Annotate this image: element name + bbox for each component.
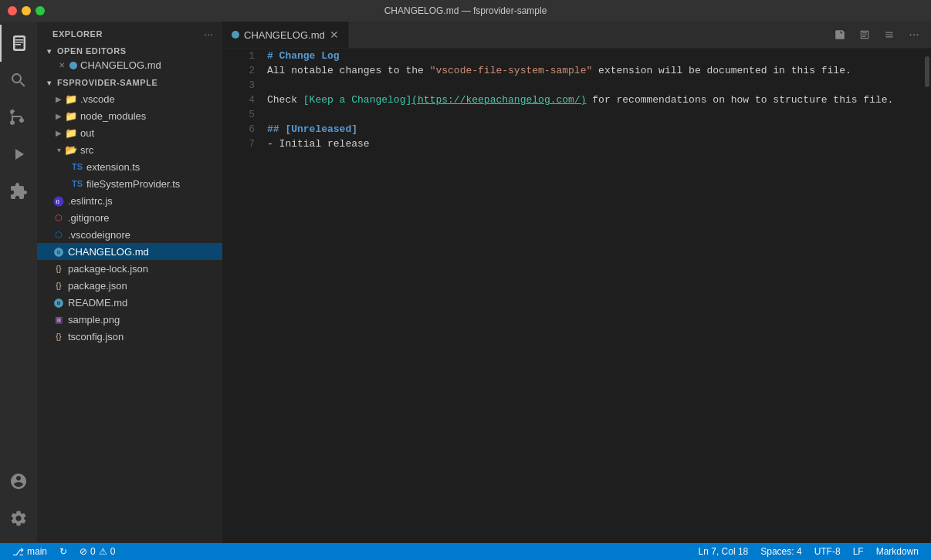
sidebar-item-out[interactable]: ▶ 📁 out	[37, 124, 222, 141]
json-icon: {}	[52, 332, 65, 341]
sidebar-item-package-lock[interactable]: {} package-lock.json	[37, 260, 222, 277]
editor-content[interactable]: 1 2 3 4 5 6 7 # Change Log All notable c…	[222, 49, 931, 543]
close-editor-icon[interactable]: ✕	[59, 61, 65, 69]
window-controls	[8, 6, 45, 15]
minimize-button[interactable]	[22, 6, 31, 15]
language-label: Markdown	[876, 546, 919, 557]
sidebar-item-extension-ts[interactable]: TS extension.ts	[37, 158, 222, 175]
warning-icon: ⚠	[99, 546, 107, 557]
editor-scrollbar[interactable]	[920, 49, 931, 543]
extensions-activity-icon[interactable]	[0, 173, 37, 210]
status-branch[interactable]: ⎇ main	[6, 543, 53, 560]
file-dot-icon	[69, 62, 77, 69]
error-icon: ⊘	[80, 546, 87, 557]
code-editor[interactable]: # Change Log All notable changes to the …	[261, 49, 920, 543]
sidebar: Explorer ··· ▾ Open Editors ✕ CHANGELOG.…	[37, 22, 222, 543]
folder-label-vscode: .vscode	[80, 93, 115, 105]
ts-icon: TS	[71, 179, 83, 188]
folder-chevron-icon: ▶	[52, 112, 65, 120]
folder-label-out: out	[80, 127, 94, 139]
tab-close-icon[interactable]: ✕	[330, 29, 339, 40]
sidebar-item-vscodeignore[interactable]: ⬡ .vscodeignore	[37, 226, 222, 243]
more-options-icon[interactable]: ···	[204, 28, 213, 40]
status-spaces[interactable]: Spaces: 4	[754, 543, 807, 560]
project-header[interactable]: ▾ FSPROVIDER-SAMPLE	[37, 75, 222, 90]
sidebar-title: Explorer	[52, 29, 103, 39]
file-label-changelog: CHANGELOG.md	[68, 246, 149, 258]
warning-count: 0	[110, 546, 116, 557]
status-language[interactable]: Markdown	[870, 543, 925, 560]
window-title: CHANGELOG.md — fsprovider-sample	[384, 5, 547, 16]
sidebar-header-icons: ···	[204, 28, 213, 40]
code-line-1: # Change Log	[267, 49, 920, 63]
run-activity-icon[interactable]	[0, 136, 37, 173]
status-errors[interactable]: ⊘ 0 ⚠ 0	[73, 543, 121, 560]
sidebar-item-changelog[interactable]: CHANGELOG.md	[37, 243, 222, 260]
status-sync[interactable]: ↻	[53, 543, 73, 560]
folder-label-node-modules: node_modules	[80, 110, 146, 122]
account-activity-icon[interactable]	[0, 463, 37, 500]
sidebar-item-gitignore[interactable]: ⬡ .gitignore	[37, 209, 222, 226]
line-numbers: 1 2 3 4 5 6 7	[222, 49, 261, 543]
file-label-eslintrc: .eslintrc.js	[68, 195, 113, 207]
toggle-layout-icon[interactable]	[854, 24, 875, 46]
explorer-activity-icon[interactable]	[0, 25, 37, 62]
folder-label-src: src	[80, 144, 93, 156]
sidebar-item-filesystem-provider-ts[interactable]: TS fileSystemProvider.ts	[37, 175, 222, 192]
sidebar-item-vscode[interactable]: ▶ 📁 .vscode	[37, 90, 222, 107]
search-activity-icon[interactable]	[0, 62, 37, 99]
file-label-filesystem-ts: fileSystemProvider.ts	[86, 178, 180, 190]
folder-chevron-icon: ▶	[52, 129, 65, 137]
maximize-button[interactable]	[36, 6, 45, 15]
git-icon: ⬡	[52, 213, 65, 223]
sidebar-header: Explorer ···	[37, 22, 222, 43]
status-line-ending[interactable]: LF	[847, 543, 870, 560]
file-label-vscodeignore: .vscodeignore	[68, 229, 130, 241]
file-label-package-lock: package-lock.json	[68, 263, 148, 275]
line-ending-label: LF	[853, 546, 864, 557]
sidebar-item-eslintrc[interactable]: {} .eslintrc.js	[37, 192, 222, 209]
status-encoding[interactable]: UTF-8	[808, 543, 847, 560]
ts-icon: TS	[71, 162, 83, 171]
scrollbar-thumb[interactable]	[925, 56, 929, 87]
tab-actions: ···	[829, 22, 931, 48]
code-line-3	[267, 78, 920, 93]
status-position[interactable]: Ln 7, Col 18	[692, 543, 755, 560]
tab-bar: CHANGELOG.md ✕ ···	[222, 22, 931, 49]
editor-area: CHANGELOG.md ✕ ··· 1	[222, 22, 931, 543]
eslint-icon: {}	[52, 194, 65, 207]
customize-layout-icon[interactable]	[879, 24, 900, 46]
png-icon: ▣	[52, 315, 65, 325]
sidebar-item-package-json[interactable]: {} package.json	[37, 277, 222, 294]
open-editor-changelog[interactable]: ✕ CHANGELOG.md	[37, 59, 222, 72]
sync-icon: ↻	[59, 546, 67, 557]
vscode-icon: ⬡	[52, 230, 65, 240]
file-label-sample-png: sample.png	[68, 314, 120, 326]
status-right: Ln 7, Col 18 Spaces: 4 UTF-8 LF Markdown	[692, 543, 925, 560]
sidebar-item-sample-png[interactable]: ▣ sample.png	[37, 311, 222, 328]
settings-activity-icon[interactable]	[0, 500, 37, 537]
open-editors-header[interactable]: ▾ Open Editors	[37, 43, 222, 59]
code-line-2: All notable changes to the "vscode-file-…	[267, 63, 920, 78]
tab-file-icon	[232, 31, 239, 39]
folder-chevron-icon: ▶	[52, 95, 65, 103]
close-button[interactable]	[8, 6, 17, 15]
source-control-activity-icon[interactable]	[0, 99, 37, 136]
sidebar-item-node_modules[interactable]: ▶ 📁 node_modules	[37, 107, 222, 124]
folder-icon: 📁	[65, 93, 77, 105]
file-label-gitignore: .gitignore	[68, 212, 109, 224]
position-label: Ln 7, Col 18	[699, 546, 749, 557]
json-icon: {}	[52, 281, 65, 290]
split-editor-icon[interactable]	[829, 24, 851, 46]
tab-label: CHANGELOG.md	[244, 29, 325, 41]
title-bar: CHANGELOG.md — fsprovider-sample	[0, 0, 931, 22]
code-line-4: Check [Keep a Changelog](https://keepach…	[267, 93, 920, 107]
code-line-5	[267, 107, 920, 122]
sidebar-item-tsconfig[interactable]: {} tsconfig.json	[37, 328, 222, 345]
more-actions-icon[interactable]: ···	[903, 24, 925, 46]
file-label-package-json: package.json	[68, 280, 127, 292]
tab-changelog[interactable]: CHANGELOG.md ✕	[222, 22, 349, 48]
activity-bar	[0, 22, 37, 543]
sidebar-item-src[interactable]: ▾ 📂 src	[37, 141, 222, 158]
sidebar-item-readme[interactable]: README.md	[37, 294, 222, 311]
